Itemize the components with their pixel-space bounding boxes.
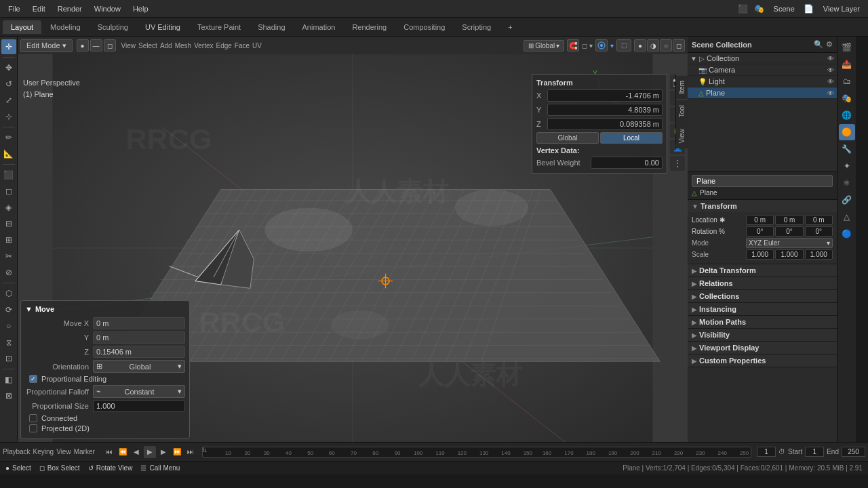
delta-section-header[interactable]: ▶ Delta Transform — [688, 264, 837, 277]
motion-paths-header[interactable]: ▶ Motion Paths — [688, 316, 837, 328]
instancing-section-header[interactable]: ▶ Instancing — [688, 303, 837, 315]
knife-icon[interactable]: ✂ — [1, 249, 16, 264]
prev-keyframe-btn[interactable]: ◀ — [130, 446, 142, 458]
connected-row[interactable]: Connected — [25, 414, 185, 422]
rotation-y[interactable]: 0° — [775, 226, 803, 237]
rotation-x[interactable]: 0° — [746, 226, 774, 237]
rotation-z[interactable]: 0° — [805, 226, 833, 237]
side-tab-view[interactable]: View — [676, 123, 688, 149]
move-tool-icon[interactable]: ✥ — [1, 60, 16, 75]
scene-icon[interactable]: 🎭 — [752, 1, 767, 16]
tab-uv-editing[interactable]: UV Editing — [137, 20, 189, 34]
rendered-shade-btn[interactable]: ○ — [660, 39, 672, 52]
box-select-btn[interactable]: ◻ Box Select — [39, 464, 80, 472]
connected-checkbox[interactable] — [29, 414, 37, 422]
edge-menu[interactable]: Edge — [216, 42, 232, 49]
menu-render[interactable]: Render — [52, 3, 87, 14]
bevel-weight-value[interactable]: 0.00 — [591, 157, 663, 169]
current-frame-input[interactable] — [757, 447, 776, 457]
offset-icon[interactable]: ⊞ — [1, 232, 16, 247]
orient-local-btn[interactable]: Local — [600, 132, 663, 144]
extrude-icon[interactable]: ⬛ — [1, 167, 16, 182]
orientation-dropdown[interactable]: ⊞ Global ▾ — [524, 40, 564, 52]
outliner-plane-item[interactable]: △ Plane 👁 — [688, 87, 837, 99]
prop-constraints-icon[interactable]: 🔗 — [839, 192, 855, 208]
relations-section-header[interactable]: ▶ Relations — [688, 277, 837, 289]
outliner-light-item[interactable]: 💡 Light 👁 — [688, 76, 837, 87]
prop-output-icon[interactable]: 📤 — [839, 56, 855, 73]
next-frame-btn[interactable]: ⏩ — [171, 446, 183, 458]
inset-icon[interactable]: ◻ — [1, 184, 16, 199]
poly-build-icon[interactable]: ⬡ — [1, 286, 16, 301]
prop-physics-icon[interactable]: ⚛ — [839, 175, 855, 191]
side-tab-tool[interactable]: Tool — [676, 99, 688, 123]
view-menu[interactable]: View — [121, 42, 136, 49]
scale-z[interactable]: 1.000 — [805, 249, 833, 260]
start-frame-input[interactable] — [805, 447, 824, 457]
view-layer-icon[interactable]: 📄 — [802, 1, 816, 16]
prop-render-icon[interactable]: 🎬 — [839, 39, 855, 56]
playback-menu[interactable]: Playback — [3, 448, 31, 455]
tab-animation[interactable]: Animation — [294, 20, 344, 34]
tab-scripting[interactable]: Scripting — [454, 20, 499, 34]
visibility-header[interactable]: ▶ Visibility — [688, 329, 837, 341]
tab-rendering[interactable]: Rendering — [344, 20, 395, 34]
solid-shade-btn[interactable]: ● — [634, 39, 646, 52]
bevel-icon[interactable]: ◈ — [1, 200, 16, 215]
projected-checkbox[interactable] — [29, 424, 37, 432]
prop-view-layer-icon[interactable]: 🗂 — [839, 73, 855, 89]
face-select-btn[interactable]: ◻ — [104, 39, 116, 52]
prop-material-icon[interactable]: 🔵 — [839, 226, 855, 242]
outliner-camera-item[interactable]: 📷 Camera 👁 — [688, 64, 837, 76]
prev-frame-btn[interactable]: ⏪ — [117, 446, 129, 458]
menu-edit[interactable]: Edit — [27, 3, 51, 14]
tab-compositing[interactable]: Compositing — [395, 20, 453, 34]
menu-help[interactable]: Help — [127, 3, 154, 14]
proportional-editing-checkbox[interactable]: ✓ — [29, 375, 37, 383]
prop-scene-icon[interactable]: 🎭 — [839, 90, 855, 106]
proportional-icon[interactable] — [595, 39, 608, 52]
next-keyframe-btn[interactable]: ▶ — [157, 446, 170, 458]
view-menu-timeline[interactable]: View — [56, 448, 71, 455]
tab-modeling[interactable]: Modeling — [42, 20, 89, 34]
scale-x[interactable]: 1.000 — [746, 249, 774, 260]
tab-sculpting[interactable]: Sculpting — [90, 20, 136, 34]
face-menu[interactable]: Face — [235, 42, 250, 49]
side-tab-item[interactable]: Item — [676, 75, 688, 99]
shrink-icon[interactable]: ⊡ — [1, 351, 16, 366]
shear-icon[interactable]: ◧ — [1, 372, 16, 387]
custom-props-header[interactable]: ▶ Custom Properties — [688, 354, 837, 367]
orient-global-btn[interactable]: Global — [536, 132, 599, 144]
falloff-dropdown[interactable]: ⌁ Constant ▾ — [93, 385, 185, 398]
location-z[interactable]: 0 m — [805, 215, 833, 225]
jump-end-btn[interactable]: ⏭ — [184, 446, 197, 458]
transform-tool-icon[interactable]: ⊹ — [1, 109, 16, 124]
tab-texture-paint[interactable]: Texture Paint — [189, 20, 249, 34]
select-cursor-icon[interactable]: ✛ — [1, 39, 16, 54]
viewport-dots-icon[interactable]: ⋮ — [670, 156, 685, 171]
edge-select-btn[interactable]: — — [90, 39, 102, 52]
edit-mode-dropdown[interactable]: Edit Mode ▾ — [20, 39, 73, 52]
prop-particles-icon[interactable]: ✦ — [839, 158, 855, 174]
vertex-select-btn[interactable]: ● — [77, 39, 89, 52]
rotation-mode-dropdown[interactable]: XYZ Euler▾ — [746, 238, 833, 248]
prop-object-icon[interactable]: 🟠 — [839, 124, 855, 140]
orientation-dropdown-panel[interactable]: ⊞ Global ▾ — [93, 360, 185, 373]
menu-window[interactable]: Window — [89, 3, 126, 14]
bisect-icon[interactable]: ⊘ — [1, 265, 16, 280]
loop-cut-icon[interactable]: ⊟ — [1, 216, 16, 231]
plane-vis-icon[interactable]: 👁 — [827, 89, 834, 97]
prop-data-icon[interactable]: △ — [839, 209, 855, 225]
edge-slide-icon[interactable]: ⧖ — [1, 335, 16, 350]
outliner-filter-icon[interactable]: ⚙ — [826, 40, 833, 49]
play-btn[interactable]: ▶ — [144, 446, 156, 458]
prop-modifier-icon[interactable]: 🔧 — [839, 141, 855, 157]
object-name-input[interactable] — [692, 175, 833, 187]
scale-tool-icon[interactable]: ⤢ — [1, 93, 16, 108]
rip-icon[interactable]: ⊠ — [1, 388, 16, 403]
outliner-collection-item[interactable]: ▼ ▷ Collection 👁 — [688, 53, 837, 64]
vertex-value-y[interactable]: 4.8039 m — [547, 104, 663, 116]
prop-size-value[interactable]: 1.000 — [93, 400, 185, 412]
prop-world-icon[interactable]: 🌐 — [839, 107, 855, 123]
mode-icon[interactable]: ⬛ — [736, 1, 751, 16]
